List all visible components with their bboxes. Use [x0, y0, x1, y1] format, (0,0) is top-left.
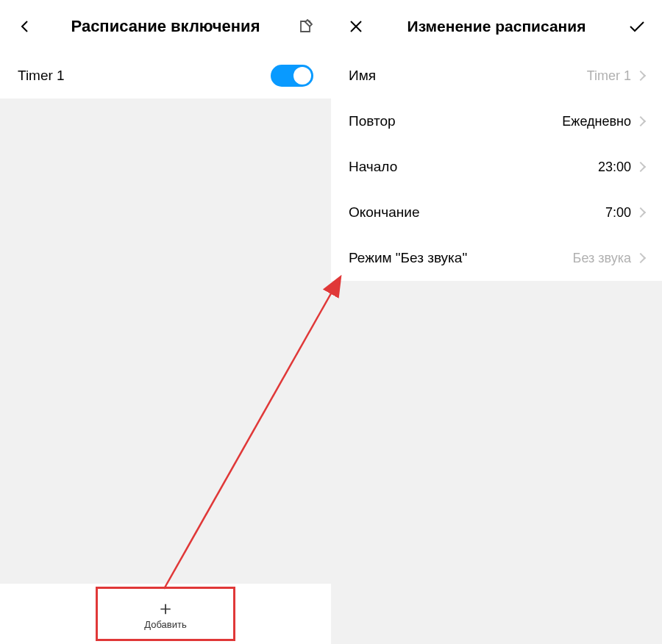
end-value: 7:00 — [605, 205, 631, 221]
edit-icon — [299, 19, 313, 34]
right-header: Изменение расписания — [331, 0, 662, 53]
silent-value: Без звука — [573, 251, 631, 266]
start-label: Начало — [349, 159, 397, 175]
name-label: Имя — [349, 68, 376, 84]
timer-list: Timer 1 — [0, 53, 331, 99]
end-row[interactable]: Окончание 7:00 — [331, 190, 662, 235]
name-row[interactable]: Имя Timer 1 — [331, 53, 662, 99]
chevron-right-icon — [636, 207, 646, 218]
edit-rows: Имя Timer 1 Повтор Ежедневно Начало 23:0… — [331, 53, 662, 281]
chevron-right-icon — [636, 71, 646, 81]
start-row[interactable]: Начало 23:00 — [331, 144, 662, 190]
repeat-value-wrap: Ежедневно — [562, 114, 644, 129]
close-button[interactable] — [344, 15, 368, 38]
name-value: Timer 1 — [587, 68, 631, 84]
timer-label: Timer 1 — [18, 68, 65, 84]
confirm-button[interactable] — [625, 15, 649, 38]
schedule-edit-panel: Изменение расписания Имя Timer 1 Повтор … — [331, 0, 662, 644]
bottom-bar: ＋ Добавить — [0, 584, 331, 644]
check-icon — [628, 20, 646, 33]
left-header: Расписание включения — [0, 0, 331, 53]
close-icon — [349, 19, 363, 34]
timer-toggle[interactable] — [271, 65, 313, 87]
chevron-right-icon — [636, 116, 646, 126]
repeat-row[interactable]: Повтор Ежедневно — [331, 99, 662, 144]
start-value-wrap: 23:00 — [598, 160, 644, 175]
add-button[interactable]: ＋ Добавить — [96, 587, 235, 641]
chevron-left-icon — [18, 20, 32, 33]
start-value: 23:00 — [598, 160, 631, 175]
left-title: Расписание включения — [37, 17, 294, 36]
repeat-value: Ежедневно — [562, 114, 631, 129]
repeat-label: Повтор — [349, 113, 396, 129]
right-title: Изменение расписания — [368, 18, 625, 35]
end-label: Окончание — [349, 204, 420, 221]
timer-row[interactable]: Timer 1 — [0, 53, 331, 99]
name-value-wrap: Timer 1 — [587, 68, 644, 84]
silent-label: Режим "Без звука" — [349, 250, 467, 266]
silent-mode-row[interactable]: Режим "Без звука" Без звука — [331, 235, 662, 281]
chevron-right-icon — [636, 253, 646, 263]
edit-button[interactable] — [294, 15, 318, 38]
end-value-wrap: 7:00 — [605, 205, 644, 221]
chevron-right-icon — [636, 162, 646, 172]
back-button[interactable] — [13, 15, 37, 38]
plus-icon: ＋ — [156, 598, 175, 618]
add-label: Добавить — [144, 619, 186, 630]
schedule-list-panel: Расписание включения Timer 1 ＋ Добавить — [0, 0, 331, 644]
silent-value-wrap: Без звука — [573, 251, 644, 266]
